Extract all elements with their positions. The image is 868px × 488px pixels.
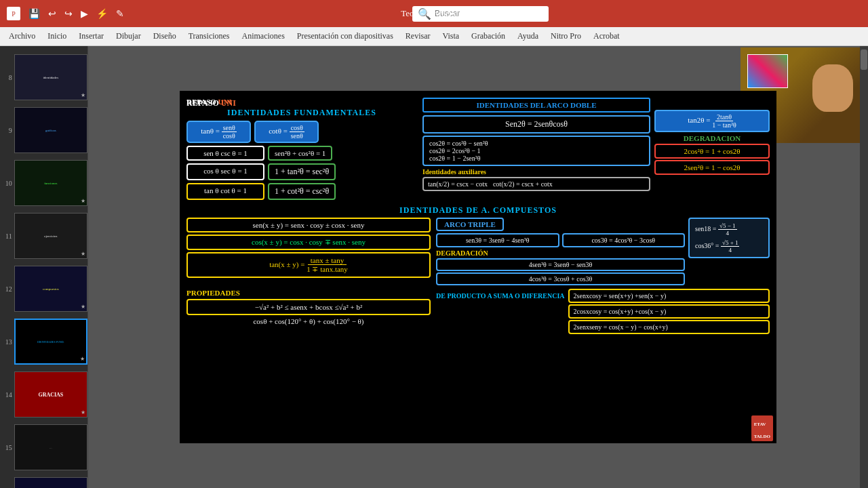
slide-thumb-12[interactable]: compuestos ★ xyxy=(14,266,87,312)
extra-btn1[interactable]: ⚡ xyxy=(94,7,111,20)
degrad2-1-box: 4sen³θ = 3senθ − sen3θ xyxy=(436,258,685,271)
arco-triple-label: ARCO TRIPLE xyxy=(436,218,504,231)
cos2-formula-3: cos2θ = 1 − 2sen²θ xyxy=(429,155,644,162)
degrad-2-box: 2sen²θ = 1 − cos2θ xyxy=(654,160,770,175)
slide-thumb-14[interactable]: GRACIAS ★ xyxy=(14,371,87,418)
slide-num-11: 11 xyxy=(0,232,12,240)
window-title: Teor. - PowerPoint xyxy=(401,8,467,19)
star-icon-14: ★ xyxy=(81,409,85,415)
1-tan2-box: 1 + tan²θ = sec²θ xyxy=(268,163,336,180)
slide-thumb-8[interactable]: identidades ★ xyxy=(14,54,87,100)
menu-transiciones[interactable]: Transiciones xyxy=(183,29,235,43)
powerpoint-icon: P xyxy=(7,7,20,20)
prop-2-text: cosθ + cos(120° + θ) + cos(120° − θ) xyxy=(186,317,431,325)
degrad2-title: DEGRADACIÓN xyxy=(436,249,685,257)
slide-thumb-16[interactable]: contenido xyxy=(14,477,87,488)
redo-button[interactable]: ↪ xyxy=(62,7,75,20)
slide-thumb-9[interactable]: gráficas xyxy=(14,107,87,153)
comp-cos-box: cos(x ± y) = cosx · cosy ∓ senx · seny xyxy=(186,235,431,250)
undo-redo-group: 💾 ↩ ↪ ▶ ⚡ ✎ xyxy=(26,7,127,20)
aux-cot-formula: cot(x/2) = cscx + cotx xyxy=(493,180,553,188)
webcam-photo xyxy=(747,54,788,88)
star-icon-12: ★ xyxy=(81,304,85,310)
deprod-label: DE PRODUCTO A SUMA O DIFERENCIA xyxy=(436,292,565,300)
cos2-formula-2: cos2θ = 2cos²θ − 1 xyxy=(429,147,644,155)
star-icon-13: ★ xyxy=(80,356,85,362)
triple-cos-box: cos3θ = 4cos³θ − 3cosθ xyxy=(562,233,686,247)
deprod-2-box: 2cosxcosy = cos(x+y) +cos(x − y) xyxy=(568,304,770,319)
main-layout: 8 identidades ★ 9 gráficas 10 funciones … xyxy=(0,46,868,488)
cot-formula-box: cotθ = cosθsenθ xyxy=(254,121,319,143)
save-button[interactable]: 💾 xyxy=(26,7,43,20)
slide-thumb-15[interactable]: ... xyxy=(14,424,87,470)
star-icon-11: ★ xyxy=(81,251,85,257)
slide-num-10: 10 xyxy=(0,180,12,187)
slide-num-12: 12 xyxy=(0,285,12,293)
menu-animaciones[interactable]: Animaciones xyxy=(237,29,290,43)
cos2-formula-1: cos2θ = cos²θ − sen²θ xyxy=(429,140,644,147)
menu-dibujar[interactable]: Dibujar xyxy=(111,29,146,43)
slide-num-9: 9 xyxy=(0,127,12,134)
compound-title: IDENTIDADES DE A. COMPUESTOS xyxy=(186,205,770,216)
content-area: REPASO UNI IDENTIDADES FUNDAMENTALES tan… xyxy=(88,46,868,488)
1-cot2-box: 1 + cot²θ = csc²θ xyxy=(268,183,336,200)
comp-sen-box: sen(x ± y) = senx · cosy ± cosx · seny xyxy=(186,218,431,232)
sen-csc-box: sen θ csc θ = 1 xyxy=(186,146,264,161)
special-values-box: sen18 = √5 − 14 cos36° = √5 + 14 xyxy=(688,218,770,258)
undo-button[interactable]: ↩ xyxy=(45,7,59,20)
deprod-1-box: 2senxcosy = sen(x+y) +sen(x − y) xyxy=(568,289,770,303)
slide-num-14: 14 xyxy=(0,391,12,399)
title-bar: P 💾 ↩ ↪ ▶ ⚡ ✎ Teor. - PowerPoint 🔍 xyxy=(0,0,868,27)
aux-box: tan(x/2) = cscx − cotx cot(x/2) = cscx +… xyxy=(422,177,650,191)
vertical-scrollbar[interactable] xyxy=(860,46,868,488)
watermark: ETAVTALDO xyxy=(751,415,773,441)
degrad-1-box: 2cos²θ = 1 + cos2θ xyxy=(654,144,770,159)
extra-btn2[interactable]: ✎ xyxy=(113,7,127,20)
slide-thumb-13[interactable]: IDENTIDADES FUND. ★ xyxy=(14,319,87,365)
menu-ayuda[interactable]: Ayuda xyxy=(512,29,544,43)
menu-insertar[interactable]: Insertar xyxy=(73,29,109,43)
degrad2-2-box: 4cos³θ = 3cosθ + cos3θ xyxy=(436,272,685,285)
sen2-cos2-box: sen²θ + cos²θ = 1 xyxy=(268,146,332,161)
slide-num-15: 15 xyxy=(0,444,12,451)
arco-doble-title-box: IDENTIDADES DEL ARCO DOBLE xyxy=(422,98,650,113)
aux-tan-formula: tan(x/2) = cscx − cotx xyxy=(428,180,488,188)
menu-bar: Archivo Inicio Insertar Dibujar Diseño T… xyxy=(0,27,868,46)
star-icon-8: ★ xyxy=(81,92,85,98)
star-icon-10: ★ xyxy=(81,198,85,204)
menu-inicio[interactable]: Inicio xyxy=(42,29,72,43)
deprod-3-box: 2senxseny = cos(x − y) − cos(x+y) xyxy=(568,320,770,334)
menu-revisar[interactable]: Revisar xyxy=(400,29,436,43)
triple-sen-box: sen3θ = 3senθ − 4sen³θ xyxy=(436,233,559,247)
slide-canvas: REPASO UNI IDENTIDADES FUNDAMENTALES tan… xyxy=(88,46,868,488)
comp-tan-box: tan(x ± y) = tanx ± tany1 ∓ tanx.tany xyxy=(186,252,431,278)
cos2-block: cos2θ = cos²θ − sen²θ cos2θ = 2cos²θ − 1… xyxy=(422,136,650,166)
menu-archivo[interactable]: Archivo xyxy=(3,29,41,43)
fund-title: IDENTIDADES FUNDAMENTALES xyxy=(186,108,417,118)
menu-nitro[interactable]: Nitro Pro xyxy=(545,29,587,43)
degradacion-title: DEGRADACION xyxy=(654,134,770,142)
menu-vista[interactable]: Vista xyxy=(437,29,465,43)
tan2-formula-box: tan2θ = 2tanθ1 − tan²θ xyxy=(654,110,770,132)
slide-thumb-10[interactable]: funciones ★ xyxy=(14,160,87,206)
menu-grabacion[interactable]: Grabación xyxy=(466,29,511,43)
prop-1-box: −√a² + b² ≤ asenx + bcosx ≤√a² + b² xyxy=(186,299,431,315)
slide-thumb-11[interactable]: ejercicios ★ xyxy=(14,213,87,259)
tan-cot-box: tan θ cot θ = 1 xyxy=(186,183,264,200)
cos-sec-box: cos θ sec θ = 1 xyxy=(186,163,264,180)
present-button[interactable]: ▶ xyxy=(78,7,91,20)
scroll-thumb[interactable] xyxy=(861,49,867,70)
webcam-face xyxy=(812,64,853,112)
prop-title: PROPIEDADES xyxy=(186,289,431,297)
slide-panel: 8 identidades ★ 9 gráficas 10 funciones … xyxy=(0,46,88,488)
slide-num-8: 8 xyxy=(0,74,12,81)
titlebar-left: P 💾 ↩ ↪ ▶ ⚡ ✎ xyxy=(7,7,127,20)
menu-presentacion[interactable]: Presentación con diapositivas xyxy=(292,29,399,43)
menu-diseno[interactable]: Diseño xyxy=(148,29,182,43)
sen2-formula-box: Sen2θ = 2senθcosθ xyxy=(422,115,650,134)
tan-formula-box: tanθ = senθcosθ xyxy=(186,121,251,143)
repaso-label: REPASO UNI xyxy=(186,96,236,108)
aux-label: Identidades auxiliares xyxy=(422,168,650,176)
slide-num-13: 13 xyxy=(0,338,12,346)
menu-acrobat[interactable]: Acrobat xyxy=(588,29,625,43)
